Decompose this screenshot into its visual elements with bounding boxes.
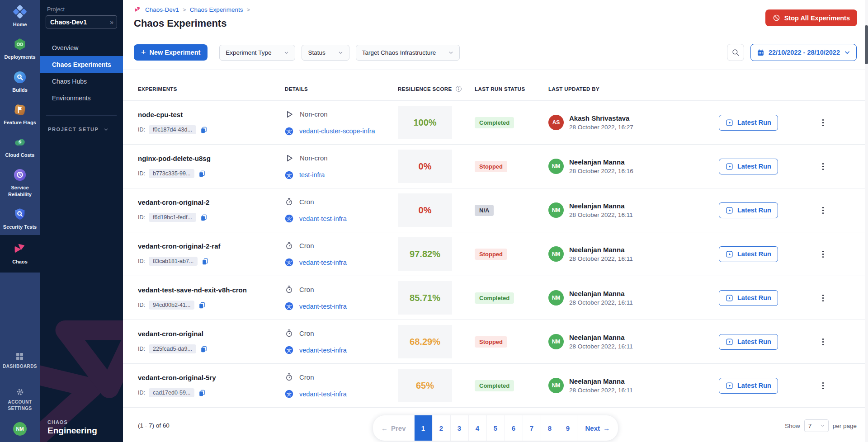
experiment-name[interactable]: vedant-cron-original — [138, 330, 285, 338]
module-service-reliability[interactable]: Service Reliability — [0, 163, 40, 202]
copy-id-button[interactable] — [198, 170, 206, 178]
prev-page-button[interactable]: ←Prev — [373, 415, 414, 441]
page-button-7[interactable]: 7 — [523, 415, 541, 441]
new-experiment-label: New Experiment — [150, 49, 201, 56]
copy-id-button[interactable] — [198, 301, 206, 309]
next-page-button[interactable]: Next→ — [577, 415, 618, 441]
row-menu-button[interactable] — [817, 116, 829, 130]
latest-run-button[interactable]: Latest Run — [719, 159, 778, 174]
score-cell: 65% — [398, 369, 475, 402]
date-range-label: 22/10/2022 - 28/10/2022 — [769, 49, 840, 56]
nav-item-environments[interactable]: Environments — [40, 89, 123, 106]
experiment-name[interactable]: vedant-cron-original-2 — [138, 198, 285, 206]
updated-date: 28 October 2022, 16:16 — [569, 168, 633, 174]
latest-run-button[interactable]: Latest Run — [719, 334, 778, 350]
row-menu-button[interactable] — [817, 291, 829, 305]
page-button-4[interactable]: 4 — [468, 415, 486, 441]
module-cloud-costs[interactable]: $Cloud Costs — [0, 131, 40, 163]
infra-link[interactable]: vedant-test-infra — [299, 215, 347, 222]
page-button-1[interactable]: 1 — [414, 415, 432, 441]
filter-experiment-type[interactable]: Experiment Type — [219, 45, 295, 61]
page-button-9[interactable]: 9 — [559, 415, 577, 441]
score-cell: 100% — [398, 106, 475, 139]
copy-id-button[interactable] — [198, 389, 206, 397]
row-menu-button[interactable] — [817, 379, 829, 393]
page-button-3[interactable]: 3 — [450, 415, 468, 441]
latest-run-button[interactable]: Latest Run — [719, 290, 778, 306]
page-button-2[interactable]: 2 — [432, 415, 450, 441]
module-home[interactable]: Home — [0, 0, 40, 33]
module-security-tests[interactable]: Security Tests — [0, 202, 40, 235]
nav-item-chaos-experiments[interactable]: Chaos Experiments — [40, 56, 123, 73]
nav-item-chaos-hubs[interactable]: Chaos Hubs — [40, 73, 123, 89]
experiment-cell: vedant-cron-original-2 ID: f6d19bc1-fedf… — [138, 198, 285, 222]
infra-link[interactable]: vedant-test-infra — [299, 390, 347, 398]
module-deployments[interactable]: Deployments — [0, 33, 40, 65]
experiment-id: b773c335-99... — [149, 169, 194, 178]
row-menu-button[interactable] — [817, 160, 829, 174]
infra-link[interactable]: vedant-test-infra — [299, 259, 347, 266]
kubernetes-icon — [285, 346, 293, 354]
new-experiment-button[interactable]: + New Experiment — [134, 44, 208, 61]
schedule-type: Cron — [299, 373, 314, 381]
plus-icon: + — [141, 48, 146, 57]
breadcrumb: Chaos-Dev1>Chaos Experiments> — [134, 6, 857, 14]
latest-run-button[interactable]: Latest Run — [719, 246, 778, 262]
nav-item-overview[interactable]: Overview — [40, 39, 123, 56]
breadcrumb-link-chaos-dev1[interactable]: Chaos-Dev1 — [145, 6, 179, 13]
copy-id-button[interactable] — [200, 345, 208, 353]
row-menu-button[interactable] — [817, 247, 829, 261]
latest-run-button[interactable]: Latest Run — [719, 115, 778, 131]
latest-run-button[interactable]: Latest Run — [719, 378, 778, 394]
experiment-name[interactable]: nginx-pod-delete-u8sg — [138, 155, 285, 162]
page-button-8[interactable]: 8 — [541, 415, 559, 441]
page-button-5[interactable]: 5 — [486, 415, 505, 441]
avatar: NM — [548, 290, 564, 306]
project-setup-section[interactable]: PROJECT SETUP — [48, 127, 123, 132]
experiment-name[interactable]: vedant-test-save-nd-exit-v8h-cron — [138, 286, 285, 294]
module-list: HomeDeploymentsBuildsFeature Flags$Cloud… — [0, 0, 40, 273]
experiment-cell: vedant-cron-original-2-raf ID: 83cab181-… — [138, 242, 285, 266]
module-chaos[interactable]: Chaos — [0, 235, 40, 272]
sidebar-item-dashboards[interactable]: DASHBOARDS — [2, 347, 38, 374]
infra-link[interactable]: vedant-cluster-scope-infra — [299, 127, 375, 135]
scrollbar-thumb[interactable] — [865, 25, 868, 64]
resilience-score: 100% — [398, 106, 452, 139]
copy-id-button[interactable] — [200, 126, 208, 134]
chevron-down-icon — [844, 49, 850, 56]
column-header-resilience-score: RESILIENCE SCORE — [398, 85, 475, 92]
filter-target-chaos-infrastructure[interactable]: Target Chaos Infrastructure — [356, 45, 460, 61]
per-page-select[interactable]: 7 — [804, 419, 829, 432]
latest-run-button[interactable]: Latest Run — [719, 202, 778, 218]
search-button[interactable] — [727, 44, 744, 61]
infra-link[interactable]: vedant-test-infra — [299, 347, 347, 354]
user-avatar[interactable]: NM — [13, 422, 27, 436]
experiment-name[interactable]: vedant-cron-original-5ry — [138, 374, 285, 381]
run-cell: Latest Run — [719, 202, 789, 218]
breadcrumb-link-chaos-experiments[interactable]: Chaos Experiments — [190, 6, 243, 13]
date-range-button[interactable]: 22/10/2022 - 28/10/2022 — [750, 44, 857, 61]
module-feature-flags[interactable]: Feature Flags — [0, 98, 40, 131]
experiment-name[interactable]: vedant-cron-original-2-raf — [138, 242, 285, 250]
latest-run-label: Latest Run — [737, 338, 771, 345]
copy-id-button[interactable] — [201, 258, 209, 265]
vertical-scrollbar[interactable] — [865, 0, 868, 442]
collapse-chevrons-icon[interactable]: » — [110, 19, 113, 26]
experiment-id: f0c187d4-43d... — [149, 125, 196, 134]
module-builds[interactable]: Builds — [0, 66, 40, 98]
page-title: Chaos Experiments — [134, 18, 857, 29]
row-menu-button[interactable] — [817, 203, 829, 217]
stop-all-experiments-button[interactable]: Stop All Experiments — [765, 9, 857, 26]
sidebar-item-account-settings[interactable]: ACCOUNT SETTINGS — [2, 383, 38, 416]
copy-id-button[interactable] — [200, 214, 208, 221]
builds-icon — [13, 71, 27, 84]
infra-link[interactable]: test-infra — [299, 171, 325, 179]
run-cell: Latest Run — [719, 159, 789, 174]
page-button-6[interactable]: 6 — [505, 415, 523, 441]
main-content: Chaos-Dev1>Chaos Experiments> Chaos Expe… — [123, 0, 868, 442]
infra-link[interactable]: vedant-test-infra — [299, 303, 347, 310]
project-selector[interactable]: Chaos-Dev1 » — [46, 15, 117, 28]
row-menu-button[interactable] — [817, 335, 829, 349]
filter-status[interactable]: Status — [302, 45, 349, 61]
experiment-name[interactable]: node-cpu-test — [138, 111, 285, 118]
